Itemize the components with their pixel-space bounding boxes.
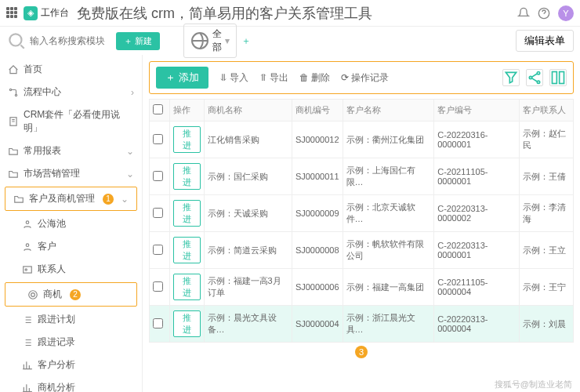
sidebar-item[interactable]: 流程中心› bbox=[0, 81, 142, 103]
export-button[interactable]: ⥣ 导出 bbox=[259, 71, 288, 85]
sidebar-item[interactable]: CRM套件「必看使用说明」 bbox=[0, 103, 142, 140]
row-checkbox[interactable] bbox=[153, 208, 163, 218]
user-icon bbox=[22, 219, 33, 230]
row-checkbox[interactable] bbox=[153, 171, 163, 181]
table-row[interactable]: 推进江化销售采购SJ0000012示例：衢州江化集团C-20220316-000… bbox=[150, 122, 574, 158]
column-header[interactable]: 客户联系人 bbox=[519, 100, 573, 122]
log-button[interactable]: ⟳ 操作记录 bbox=[341, 71, 389, 85]
sidebar-item[interactable]: 首页 bbox=[0, 58, 142, 81]
sidebar-item-label: 常用报表 bbox=[24, 144, 61, 158]
cell-name: 江化销售采购 bbox=[204, 122, 292, 158]
sidebar-item[interactable]: 商机2 bbox=[5, 282, 137, 307]
chevron-icon: ⌄ bbox=[126, 169, 134, 180]
edit-form-button[interactable]: 编辑表单 bbox=[516, 30, 574, 52]
workspace-label[interactable]: 工作台 bbox=[41, 6, 69, 20]
cell-code: SJ0000004 bbox=[292, 306, 343, 343]
sidebar-item[interactable]: 客户及商机管理1⌄ bbox=[5, 187, 137, 211]
layout-icon[interactable] bbox=[549, 69, 567, 86]
tab-all[interactable]: 全部 ▾ bbox=[183, 24, 237, 58]
row-checkbox[interactable] bbox=[153, 134, 163, 144]
sidebar-item[interactable]: 商机分析 bbox=[0, 376, 142, 392]
cell-contact: 示例：王宁 bbox=[519, 269, 573, 306]
import-button[interactable]: ⥥ 导入 bbox=[219, 71, 248, 85]
row-checkbox[interactable] bbox=[153, 281, 163, 292]
cell-code: SJ0000006 bbox=[292, 269, 343, 306]
flow-icon bbox=[8, 87, 19, 98]
sidebar-item[interactable]: 客户分析 bbox=[0, 354, 142, 376]
chevron-icon: › bbox=[131, 87, 134, 98]
table-row[interactable]: 推进示例：天诚采购SJ0000009示例：北京天诚软件…C-20220313-0… bbox=[150, 195, 574, 232]
sidebar-item-label: 客户 bbox=[38, 240, 56, 253]
target-icon bbox=[27, 289, 38, 300]
sidebar-item[interactable]: 常用报表⌄ bbox=[0, 140, 142, 162]
cell-code: SJ0000009 bbox=[292, 195, 343, 232]
sidebar-item[interactable]: 公海池 bbox=[0, 212, 142, 235]
new-button[interactable]: ＋ 新建 bbox=[116, 32, 160, 50]
chevron-icon: ⌄ bbox=[121, 194, 129, 205]
pager-badge: 3 bbox=[355, 346, 368, 358]
avatar[interactable]: Y bbox=[558, 5, 574, 21]
cell-ccode: C-20220316-0000001 bbox=[434, 122, 520, 158]
cell-customer: 示例：福建一高集团 bbox=[343, 269, 434, 306]
push-button[interactable]: 推进 bbox=[173, 126, 201, 153]
table-row[interactable]: 推进示例：福建一高3月订单SJ0000006示例：福建一高集团C-2021110… bbox=[150, 269, 574, 306]
sidebar-item-label: 客户及商机管理 bbox=[29, 192, 95, 205]
badge: 2 bbox=[70, 289, 81, 300]
search-input[interactable] bbox=[6, 31, 108, 51]
svg-point-14 bbox=[537, 81, 539, 83]
column-header[interactable]: 商机名称 bbox=[204, 100, 292, 122]
sidebar-item-label: 流程中心 bbox=[24, 85, 61, 99]
svg-point-4 bbox=[15, 94, 16, 96]
sidebar-item-label: 公海池 bbox=[38, 217, 66, 230]
cell-ccode: C-20220313-0000002 bbox=[434, 195, 520, 232]
help-icon[interactable] bbox=[538, 7, 550, 20]
table-row[interactable]: 推进示例：国仁采购SJ0000011示例：上海国仁有限…C-20211105-0… bbox=[150, 158, 574, 195]
sidebar-item-label: 客户分析 bbox=[38, 358, 75, 372]
add-tab-icon[interactable]: ＋ bbox=[241, 34, 251, 48]
svg-point-6 bbox=[26, 220, 29, 223]
cell-contact: 示例：王倩 bbox=[519, 158, 573, 195]
cell-contact: 示例：刘晨 bbox=[519, 306, 573, 343]
cell-customer: 示例：浙江晨光文具… bbox=[343, 306, 434, 343]
row-checkbox[interactable] bbox=[153, 245, 163, 255]
column-header[interactable]: 商机编号 bbox=[292, 100, 343, 122]
data-table: 操作商机名称商机编号客户名称客户编号客户联系人 推进江化销售采购SJ000001… bbox=[149, 99, 574, 343]
column-header[interactable]: 操作 bbox=[170, 100, 205, 122]
cell-customer: 示例：帆软软件有限公司 bbox=[343, 232, 434, 269]
cell-contact: 示例：李清海 bbox=[519, 195, 573, 232]
sidebar-item[interactable]: 客户 bbox=[0, 235, 142, 258]
sidebar-item-label: 跟进记录 bbox=[38, 336, 75, 349]
column-header[interactable]: 客户编号 bbox=[434, 100, 520, 122]
sidebar-item[interactable]: 跟进计划 bbox=[0, 308, 142, 331]
column-header[interactable]: 客户名称 bbox=[343, 100, 434, 122]
sidebar-item-label: 跟进计划 bbox=[38, 313, 75, 326]
delete-button[interactable]: 🗑 删除 bbox=[299, 71, 330, 85]
share-icon[interactable] bbox=[526, 69, 543, 86]
sidebar-item-label: 首页 bbox=[24, 63, 42, 76]
sidebar-item[interactable]: 市场营销管理⌄ bbox=[0, 162, 142, 185]
table-row[interactable]: 推进示例：简道云采购SJ0000008示例：帆软软件有限公司C-20220313… bbox=[150, 232, 574, 269]
notification-icon[interactable] bbox=[517, 7, 530, 20]
svg-rect-15 bbox=[553, 72, 557, 84]
push-button[interactable]: 推进 bbox=[173, 200, 201, 227]
cell-name: 示例：天诚采购 bbox=[204, 195, 292, 232]
svg-rect-16 bbox=[560, 72, 564, 84]
row-checkbox[interactable] bbox=[153, 318, 163, 328]
sidebar-item[interactable]: 跟进记录 bbox=[0, 331, 142, 354]
cell-code: SJ0000008 bbox=[292, 232, 343, 269]
push-button[interactable]: 推进 bbox=[173, 163, 201, 190]
push-button[interactable]: 推进 bbox=[173, 310, 201, 337]
push-button[interactable]: 推进 bbox=[173, 237, 201, 263]
select-all-checkbox[interactable] bbox=[153, 104, 163, 114]
app-grid-icon[interactable] bbox=[6, 7, 19, 20]
globe-icon bbox=[190, 31, 209, 50]
filter-icon[interactable] bbox=[502, 69, 520, 86]
push-button[interactable]: 推进 bbox=[173, 274, 201, 300]
table-row[interactable]: 推进示例：晨光文具设备…SJ0000004示例：浙江晨光文具…C-2022031… bbox=[150, 306, 574, 343]
cell-name: 示例：福建一高3月订单 bbox=[204, 269, 292, 306]
list-icon bbox=[22, 314, 33, 325]
sidebar-item[interactable]: 联系人 bbox=[0, 258, 142, 281]
watermark: 搜狐号@制造业老简 bbox=[495, 379, 572, 390]
add-button[interactable]: ＋ 添加 bbox=[156, 67, 208, 89]
chart-icon bbox=[22, 360, 33, 371]
